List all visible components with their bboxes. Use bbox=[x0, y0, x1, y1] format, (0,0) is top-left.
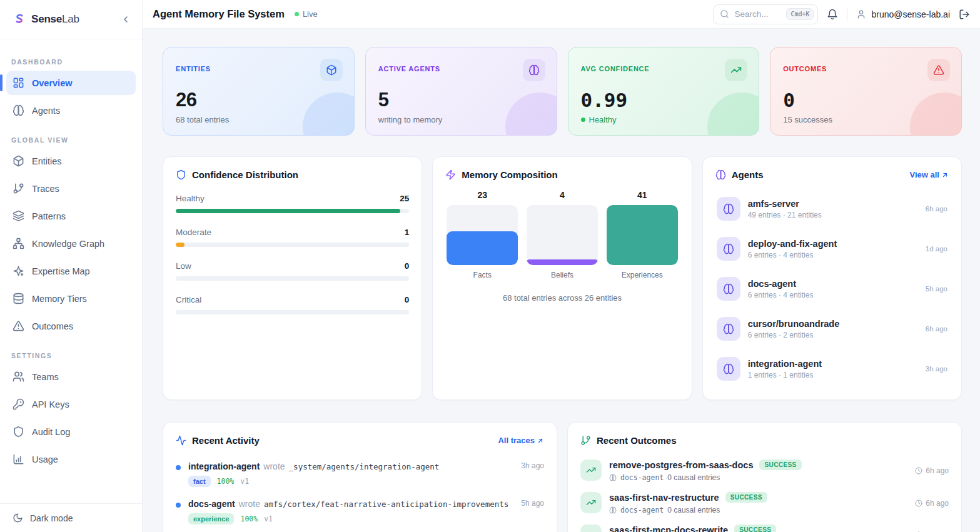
sidebar-item-entities[interactable]: Entities bbox=[6, 149, 136, 173]
outcome-timestamp: 6h ago bbox=[915, 492, 949, 514]
git-branch-icon bbox=[580, 435, 591, 446]
progress-track bbox=[176, 310, 409, 314]
agent-name: integration-agent bbox=[748, 359, 822, 369]
confidence-label: Critical bbox=[176, 295, 201, 304]
view-all-link[interactable]: View all bbox=[910, 170, 949, 179]
brand-logo[interactable]: SenseLab bbox=[13, 13, 79, 26]
activity-dot-icon bbox=[176, 465, 181, 470]
stat-label: OUTCOMES bbox=[783, 65, 827, 73]
activity-path: amfs/cortex/feat-narrative-anticipation-… bbox=[264, 499, 508, 509]
sidebar-item-label: Entities bbox=[32, 156, 62, 166]
panel-title: Confidence Distribution bbox=[192, 169, 298, 180]
chevron-left-icon bbox=[121, 14, 131, 24]
bar-track bbox=[527, 205, 598, 265]
sidebar-item-overview[interactable]: Overview bbox=[6, 71, 136, 95]
user-icon bbox=[856, 9, 866, 19]
stat-card-active-agents[interactable]: ACTIVE AGENTS 5 writing to memory bbox=[365, 47, 557, 136]
activity-dot-icon bbox=[176, 503, 181, 508]
agent-timestamp: 1d ago bbox=[926, 245, 947, 253]
sidebar-item-patterns[interactable]: Patterns bbox=[6, 204, 136, 228]
activity-confidence: 100% bbox=[240, 514, 258, 523]
sidebar-item-label: Expertise Map bbox=[32, 266, 90, 276]
shield-icon bbox=[176, 169, 186, 180]
search-icon bbox=[720, 9, 729, 19]
sidebar-item-agents[interactable]: Agents bbox=[6, 98, 136, 123]
stat-card-outcomes[interactable]: OUTCOMES 0 15 successes bbox=[770, 47, 962, 136]
confidence-label: Moderate bbox=[176, 228, 211, 237]
panel-title: Recent Outcomes bbox=[597, 435, 677, 446]
sidebar-item-usage[interactable]: Usage bbox=[6, 447, 136, 471]
agent-row-amfs-server[interactable]: amfs-server49 entries · 21 entities 6h a… bbox=[715, 189, 949, 229]
activity-list: integration-agent wrote _system/agents/i… bbox=[176, 456, 544, 532]
sidebar-collapse-button[interactable] bbox=[121, 14, 131, 24]
sidebar-item-memory-tiers[interactable]: Memory Tiers bbox=[6, 286, 136, 311]
confidence-value: 0 bbox=[405, 295, 410, 304]
search-shortcut-badge: Cmd+K bbox=[786, 8, 814, 20]
sidebar-item-audit-log[interactable]: Audit Log bbox=[6, 419, 136, 444]
agent-meta: 6 entries · 4 entities bbox=[748, 291, 814, 299]
notifications-button[interactable] bbox=[827, 9, 838, 20]
brain-icon bbox=[609, 474, 617, 481]
progress-track bbox=[176, 209, 409, 213]
clock-icon bbox=[915, 467, 922, 474]
activity-item[interactable]: docs-agent wrote amfs/cortex/feat-narrat… bbox=[176, 493, 544, 531]
outcome-item[interactable]: saas-first-nav-restructure SUCCESS docs-… bbox=[580, 487, 949, 519]
agent-row-cursor-brunoandrade[interactable]: cursor/brunoandrade6 entries · 2 entitie… bbox=[715, 309, 949, 349]
sidebar-item-traces[interactable]: Traces bbox=[6, 176, 136, 201]
activity-item[interactable]: integration-agent wrote _system/agents/i… bbox=[176, 456, 544, 493]
activity-version: v1 bbox=[240, 477, 249, 486]
agent-row-deploy-and-fix-agent[interactable]: deploy-and-fix-agent6 entries · 4 entiti… bbox=[715, 229, 949, 269]
confidence-value: 0 bbox=[405, 261, 410, 271]
logout-button[interactable] bbox=[959, 9, 970, 20]
stat-label: ACTIVE AGENTS bbox=[378, 65, 440, 73]
sidebar-item-knowledge-graph[interactable]: Knowledge Graph bbox=[6, 231, 136, 256]
sidebar-item-teams[interactable]: Teams bbox=[6, 364, 136, 389]
progress-fill bbox=[176, 243, 184, 247]
sidebar-item-expertise-map[interactable]: Expertise Map bbox=[6, 259, 136, 283]
agent-row-integration-agent[interactable]: integration-agent1 entries · 1 entities … bbox=[715, 349, 949, 389]
sidebar-item-label: Memory Tiers bbox=[32, 294, 87, 304]
brand-name: SenseLab bbox=[31, 13, 79, 26]
page-title: Agent Memory File System bbox=[153, 8, 285, 20]
sidebar-item-label: Knowledge Graph bbox=[32, 239, 104, 249]
stat-value: 0 bbox=[783, 89, 950, 111]
trending-up-icon bbox=[725, 59, 747, 81]
agent-name: docs-agent bbox=[748, 279, 814, 289]
outcome-item[interactable]: remove-postgres-from-saas-docs SUCCESS d… bbox=[580, 454, 949, 487]
sidebar-nav: DASHBOARD Overview Agents GLOBAL VIEW En… bbox=[0, 39, 142, 503]
outcome-agent: docs-agent bbox=[620, 473, 664, 482]
stat-subtitle: 68 total entries bbox=[176, 115, 343, 124]
outcome-item[interactable]: saas-first-mcp-docs-rewrite SUCCESS bbox=[580, 519, 949, 532]
activity-version: v1 bbox=[264, 514, 273, 523]
nav-section-global-view: GLOBAL VIEW bbox=[11, 136, 131, 144]
sidebar-item-label: Patterns bbox=[32, 211, 66, 221]
sidebar-item-api-keys[interactable]: API Keys bbox=[6, 392, 136, 416]
trending-up-icon bbox=[580, 524, 602, 532]
agent-row-docs-agent[interactable]: docs-agent6 entries · 4 entities 5h ago bbox=[715, 269, 949, 309]
activity-verb: wrote bbox=[239, 499, 260, 509]
user-menu[interactable]: bruno@sense-lab.ai bbox=[856, 9, 950, 19]
activity-timestamp: 5h ago bbox=[521, 499, 544, 524]
agent-timestamp: 3h ago bbox=[926, 365, 947, 373]
search-input[interactable] bbox=[734, 9, 781, 19]
stat-card-entities[interactable]: ENTITIES 26 68 total entries bbox=[163, 47, 355, 136]
topbar: Agent Memory File System Live Cmd+K brun… bbox=[143, 0, 980, 29]
search-box[interactable]: Cmd+K bbox=[713, 4, 818, 24]
outcome-status-badge: SUCCESS bbox=[759, 459, 801, 470]
nav-section-dashboard: DASHBOARD bbox=[11, 58, 131, 66]
bar-fill bbox=[527, 259, 598, 265]
bar-label: Facts bbox=[473, 271, 492, 279]
agent-timestamp: 5h ago bbox=[926, 285, 947, 293]
all-traces-link[interactable]: All traces bbox=[498, 436, 544, 445]
outcome-name: saas-first-mcp-docs-rewrite bbox=[609, 525, 728, 532]
stat-label: AVG CONFIDENCE bbox=[581, 65, 650, 73]
dark-mode-toggle[interactable]: Dark mode bbox=[0, 503, 142, 532]
sidebar-item-outcomes[interactable]: Outcomes bbox=[6, 314, 136, 338]
agent-timestamp: 6h ago bbox=[926, 325, 947, 333]
confidence-row-healthy: Healthy25 bbox=[176, 194, 409, 213]
progress-track bbox=[176, 243, 409, 247]
confidence-rows: Healthy25 Moderate1 Low0 Critical0 bbox=[176, 194, 409, 314]
sidebar-item-label: Audit Log bbox=[32, 427, 70, 437]
stat-card-avg-confidence[interactable]: AVG CONFIDENCE 0.99 Healthy bbox=[568, 47, 760, 136]
sparkles-icon bbox=[13, 265, 24, 277]
